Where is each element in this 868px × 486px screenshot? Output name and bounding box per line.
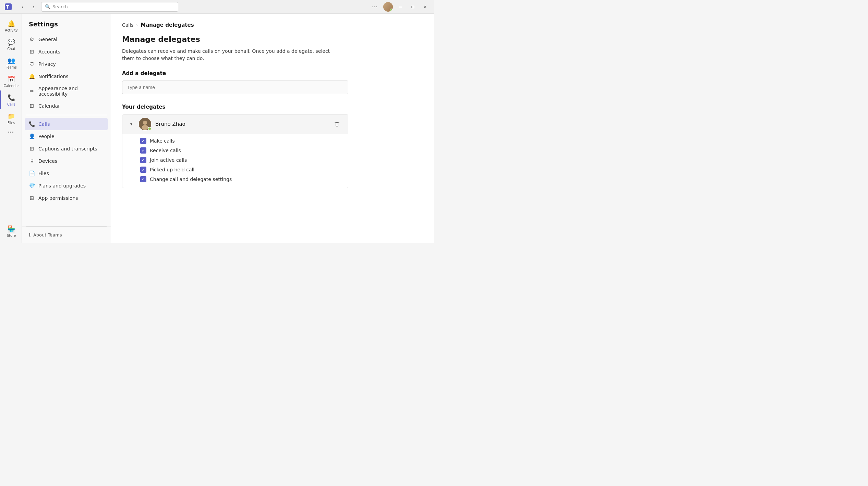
settings-divider (26, 115, 107, 115)
settings-item-captions[interactable]: ⊞ Captions and transcripts (25, 143, 108, 155)
delegate-avatar (139, 118, 151, 130)
svg-text:T: T (6, 4, 9, 10)
forward-button[interactable]: › (29, 2, 38, 12)
general-label: General (38, 37, 57, 42)
settings-item-general[interactable]: ⚙ General (25, 33, 108, 46)
search-bar[interactable]: 🔍 Search (41, 2, 178, 12)
permissions-icon: ⊞ (29, 195, 35, 201)
delegate-delete-button[interactable] (331, 119, 342, 130)
activity-label: Activity (5, 28, 17, 32)
search-placeholder: Search (52, 4, 68, 9)
settings-item-devices[interactable]: 🎙 Devices (25, 155, 108, 167)
sidebar-item-calendar[interactable]: 📅 Calendar (0, 72, 22, 90)
about-teams-button[interactable]: ℹ About Teams (22, 227, 111, 243)
settings-item-notifications[interactable]: 🔔 Notifications (25, 70, 108, 83)
settings-item-people[interactable]: 👤 People (25, 130, 108, 143)
people-label: People (38, 134, 55, 139)
files-label: Files (8, 121, 15, 125)
titlebar: T ‹ › 🔍 Search ··· ─ □ ✕ (0, 0, 434, 14)
permission-change-settings-checkbox[interactable] (140, 176, 146, 182)
settings-item-privacy[interactable]: 🛡 Privacy (25, 58, 108, 70)
more-options-button[interactable]: ··· (369, 2, 381, 12)
permission-pickup-held: Picked up held call (140, 167, 342, 173)
settings-item-files[interactable]: 📄 Files (25, 167, 108, 180)
app-logo: T (4, 3, 12, 11)
page-title: Manage delegates (122, 35, 423, 44)
permission-join-active-checkbox[interactable] (140, 157, 146, 163)
settings-item-plans[interactable]: 💎 Plans and upgrades (25, 180, 108, 192)
minimize-button[interactable]: ─ (396, 2, 405, 12)
calls-icon: 📞 (7, 93, 15, 101)
avatar-status-dot (390, 9, 393, 12)
privacy-icon: 🛡 (29, 61, 35, 67)
add-delegate-title: Add a delegate (122, 70, 423, 76)
teams-icon: 👥 (7, 56, 15, 64)
user-avatar[interactable] (383, 2, 393, 12)
delegate-permissions: Make calls Receive calls Join active cal… (122, 134, 348, 188)
appearance-label: Appearance and accessibility (38, 86, 104, 97)
permission-change-settings: Change call and delegate settings (140, 176, 342, 182)
people-icon: 👤 (29, 133, 35, 139)
delegate-expand-button[interactable]: ▾ (128, 121, 135, 127)
settings-title: Settings (22, 14, 111, 33)
sidebar-item-teams[interactable]: 👥 Teams (0, 53, 22, 72)
settings-item-calls[interactable]: 📞 Calls (25, 118, 108, 130)
add-delegate-input[interactable] (122, 81, 348, 94)
store-label: Store (7, 234, 16, 238)
permission-pickup-held-checkbox[interactable] (140, 167, 146, 173)
permission-join-active-label: Join active calls (150, 157, 187, 163)
permission-make-calls-label: Make calls (150, 138, 175, 144)
settings-item-accounts[interactable]: ⊞ Accounts (25, 46, 108, 58)
main-content: Calls › Manage delegates Manage delegate… (111, 14, 434, 243)
sidebar-item-files[interactable]: 📁 Files (0, 109, 22, 127)
delegate-card: ▾ Bruno Zhao (122, 114, 348, 188)
sidebar-item-chat[interactable]: 💬 Chat (0, 35, 22, 53)
privacy-label: Privacy (38, 61, 56, 67)
plans-label: Plans and upgrades (38, 183, 86, 189)
sidebar-item-activity[interactable]: 🔔 Activity (0, 16, 22, 35)
notifications-icon: 🔔 (29, 73, 35, 80)
breadcrumb-parent[interactable]: Calls (122, 22, 133, 28)
settings-item-permissions[interactable]: ⊞ App permissions (25, 192, 108, 204)
settings-section-2: 📞 Calls 👤 People ⊞ Captions and transcri… (22, 118, 111, 204)
delegate-name: Bruno Zhao (155, 121, 327, 127)
chat-icon: 💬 (7, 38, 15, 46)
settings-section-1: ⚙ General ⊞ Accounts 🛡 Privacy 🔔 Notific… (22, 33, 111, 112)
breadcrumb: Calls › Manage delegates (122, 22, 423, 28)
more-icon: ••• (8, 130, 14, 134)
captions-icon: ⊞ (29, 146, 35, 152)
files-icon: 📁 (7, 112, 15, 120)
close-button[interactable]: ✕ (420, 2, 430, 12)
notifications-label: Notifications (38, 74, 69, 79)
activity-icon: 🔔 (7, 19, 15, 27)
app-body: 🔔 Activity 💬 Chat 👥 Teams 📅 Calendar 📞 C… (0, 14, 434, 243)
chat-label: Chat (7, 47, 15, 51)
calendar-settings-label: Calendar (38, 103, 60, 109)
calls-settings-icon: 📞 (29, 121, 35, 127)
breadcrumb-current: Manage delegates (141, 22, 194, 28)
sidebar-item-store[interactable]: 🏪 Store (0, 222, 22, 240)
permission-receive-calls-checkbox[interactable] (140, 147, 146, 154)
calls-settings-label: Calls (38, 121, 50, 127)
nav-buttons: ‹ › (18, 2, 38, 12)
permission-pickup-held-label: Picked up held call (150, 167, 194, 172)
captions-label: Captions and transcripts (38, 146, 97, 151)
permission-receive-calls: Receive calls (140, 147, 342, 154)
more-apps-button[interactable]: ••• (0, 127, 22, 137)
settings-item-calendar[interactable]: ⊞ Calendar (25, 100, 108, 112)
settings-sidebar: Settings ⚙ General ⊞ Accounts 🛡 Privacy … (22, 14, 111, 243)
svg-point-4 (142, 125, 148, 130)
devices-icon: 🎙 (29, 158, 35, 164)
settings-item-appearance[interactable]: ✏ Appearance and accessibility (25, 83, 108, 100)
your-delegates-title: Your delegates (122, 104, 423, 110)
permission-join-active: Join active calls (140, 157, 342, 163)
appearance-icon: ✏ (29, 88, 35, 94)
back-button[interactable]: ‹ (18, 2, 27, 12)
calls-label: Calls (7, 102, 15, 106)
svg-point-3 (143, 121, 147, 125)
store-icon: 🏪 (7, 224, 15, 233)
maximize-button[interactable]: □ (408, 2, 418, 12)
accounts-label: Accounts (38, 49, 60, 54)
permission-make-calls-checkbox[interactable] (140, 138, 146, 144)
sidebar-item-calls[interactable]: 📞 Calls (0, 90, 22, 109)
